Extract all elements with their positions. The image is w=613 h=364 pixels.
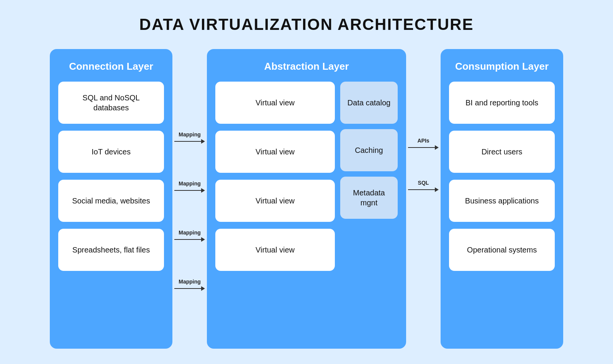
virtual-view-4: Virtual view (215, 229, 335, 271)
connection-layer-panel: Connection Layer SQL and NoSQL databases… (50, 49, 172, 349)
arrow-line-4 (174, 286, 205, 291)
arrow-line-apis (408, 145, 439, 150)
arrow-label-apis: APIs (417, 138, 429, 144)
data-catalog-card: Data catalog (340, 82, 398, 124)
consumption-layer-title: Consumption Layer (455, 61, 549, 72)
arrow-label-4: Mapping (179, 279, 201, 285)
abstraction-right-col: Data catalog Caching Metadata mgnt (340, 82, 398, 340)
virtual-view-2: Virtual view (215, 131, 335, 173)
arrow-label-3: Mapping (179, 230, 201, 236)
arrow-label-sql: SQL (418, 180, 429, 186)
connection-item-iot: IoT devices (58, 131, 164, 173)
connection-layer-title: Connection Layer (69, 61, 153, 72)
abstraction-layer-panel: Abstraction Layer Virtual view Virtual v… (207, 49, 406, 349)
virtual-view-1: Virtual view (215, 82, 335, 124)
arrow-mapping-3: Mapping (174, 215, 205, 257)
connection-item-sql-nosql: SQL and NoSQL databases (58, 82, 164, 124)
arrow-sql: SQL (408, 165, 439, 207)
connection-cards: SQL and NoSQL databases IoT devices Soci… (58, 82, 164, 271)
arrow-label-1: Mapping (179, 131, 201, 138)
left-connectors: Mapping Mapping Mapping Mapping (172, 49, 207, 349)
consumption-cards: BI and reporting tools Direct users Busi… (449, 82, 555, 271)
virtual-view-3: Virtual view (215, 180, 335, 222)
arrow-mapping-1: Mapping (174, 116, 205, 159)
arrow-line-3 (174, 237, 205, 242)
consumption-item-operational: Operational systems (449, 229, 555, 271)
connection-item-spreadsheets: Spreadsheets, flat files (58, 229, 164, 271)
arrow-mapping-4: Mapping (174, 264, 205, 306)
arrow-line-1 (174, 139, 205, 144)
diagram-wrapper: Connection Layer SQL and NoSQL databases… (23, 49, 590, 349)
abstraction-layer-title: Abstraction Layer (264, 61, 349, 72)
abstraction-inner: Virtual view Virtual view Virtual view V… (215, 82, 398, 340)
arrow-label-2: Mapping (179, 180, 201, 187)
arrow-mapping-2: Mapping (174, 166, 205, 208)
consumption-item-bi: BI and reporting tools (449, 82, 555, 124)
arrow-apis: APIs (408, 123, 439, 165)
consumption-item-direct-users: Direct users (449, 131, 555, 173)
consumption-layer-panel: Consumption Layer BI and reporting tools… (441, 49, 563, 349)
page-title: DATA VIRTUALIZATION ARCHITECTURE (139, 15, 474, 34)
arrow-line-2 (174, 188, 205, 193)
right-connectors: APIs SQL (406, 49, 441, 349)
caching-card: Caching (340, 129, 398, 171)
metadata-card: Metadata mgnt (340, 177, 398, 219)
arrow-line-sql (408, 187, 439, 192)
virtual-views: Virtual view Virtual view Virtual view V… (215, 82, 335, 340)
connection-item-social: Social media, websites (58, 180, 164, 222)
consumption-item-business-apps: Business applications (449, 180, 555, 222)
